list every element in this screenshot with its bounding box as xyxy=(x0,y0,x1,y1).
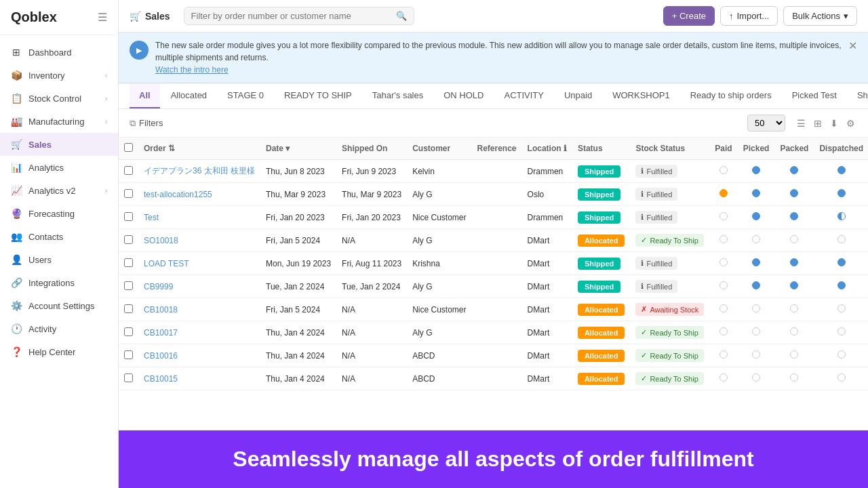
analytics-icon: 📊 xyxy=(11,162,22,173)
notification-text: The new sale order module gives you a lo… xyxy=(155,39,842,76)
sidebar-item-account-settings[interactable]: ⚙️ Account Settings xyxy=(0,294,118,317)
import-button[interactable]: ↑ Import... xyxy=(720,6,778,26)
tab-on-hold[interactable]: ON HOLD xyxy=(434,83,493,108)
order-link[interactable]: test-allocation1255 xyxy=(144,190,212,199)
sidebar-item-activity[interactable]: 🕐 Activity xyxy=(0,317,118,340)
cart-icon: 🛒 xyxy=(130,11,141,22)
tab-ready-to-ship[interactable]: READY TO SHIP xyxy=(275,83,361,108)
shipped-on-cell: N/A xyxy=(336,367,407,390)
row-checkbox[interactable] xyxy=(124,304,133,313)
tab-picked-test[interactable]: Picked Test xyxy=(783,83,846,108)
tab-allocated[interactable]: Allocated xyxy=(161,83,216,108)
search-input[interactable] xyxy=(191,11,392,21)
import-icon: ↑ xyxy=(729,11,734,21)
sidebar-item-integrations[interactable]: 🔗 Integrations xyxy=(0,271,118,294)
location-cell: DMart xyxy=(522,344,572,367)
row-checkbox[interactable] xyxy=(124,281,133,290)
col-shipped-on[interactable]: Shipped On xyxy=(336,138,407,160)
settings-icon[interactable]: ⚙ xyxy=(844,116,857,131)
stock-status-badge: ℹ Fulfilled xyxy=(635,257,677,270)
bulk-actions-button[interactable]: Bulk Actions ▾ xyxy=(783,6,857,26)
sidebar-logo: Qoblex ☰ xyxy=(0,0,118,35)
row-checkbox[interactable] xyxy=(124,327,133,336)
row-checkbox[interactable] xyxy=(124,235,133,244)
tab-activity[interactable]: ACTIVITY xyxy=(494,83,553,108)
col-date[interactable]: Date ▾ xyxy=(260,138,336,160)
sidebar-item-forecasting[interactable]: 🔮 Forecasting xyxy=(0,202,118,225)
hamburger-icon[interactable]: ☰ xyxy=(98,11,107,24)
circle-filled-icon xyxy=(752,212,760,220)
order-link[interactable]: CB10016 xyxy=(144,351,178,361)
row-checkbox[interactable] xyxy=(124,166,133,175)
col-order[interactable]: Order ⇅ xyxy=(138,138,260,160)
module-label: Sales xyxy=(145,11,170,22)
list-view-icon[interactable]: ☰ xyxy=(795,116,808,131)
sidebar-item-users[interactable]: 👤 Users xyxy=(0,248,118,271)
location-cell: DMart xyxy=(522,367,572,390)
col-paid[interactable]: Paid xyxy=(709,138,737,160)
col-picked[interactable]: Picked xyxy=(738,138,775,160)
sidebar-item-help-center[interactable]: ❓ Help Center xyxy=(0,340,118,363)
order-link[interactable]: イデアプラン36 太和田 枝里様 xyxy=(144,166,255,176)
sidebar-item-manufacturing[interactable]: 🏭 Manufacturing › xyxy=(0,110,118,133)
circle-filled-icon xyxy=(837,281,846,289)
per-page-dropdown[interactable]: 50 100 200 xyxy=(747,115,785,131)
chevron-right-icon: › xyxy=(105,187,107,195)
tab-workshop1[interactable]: WORKSHOP1 xyxy=(603,83,679,108)
export-icon[interactable]: ⬇ xyxy=(828,116,840,131)
account-settings-icon: ⚙️ xyxy=(11,300,22,311)
tab-unpaid[interactable]: Unpaid xyxy=(555,83,601,108)
order-link[interactable]: LOAD TEST xyxy=(144,259,189,268)
order-link[interactable]: CB10018 xyxy=(144,305,178,314)
dispatched-cell xyxy=(814,252,868,275)
picked-cell xyxy=(738,183,775,206)
sidebar-item-sales[interactable]: 🛒 Sales xyxy=(0,133,118,156)
close-icon[interactable]: ✕ xyxy=(848,39,857,52)
select-all-header[interactable] xyxy=(119,138,138,160)
create-button[interactable]: + Create xyxy=(663,6,715,26)
play-icon[interactable]: ▶ xyxy=(130,41,149,60)
reference-cell xyxy=(472,183,522,206)
row-checkbox[interactable] xyxy=(124,212,133,221)
sidebar-item-dashboard[interactable]: ⊞ Dashboard xyxy=(0,41,118,64)
check-icon: ✓ xyxy=(641,236,647,245)
order-link[interactable]: Test xyxy=(144,213,159,222)
info-icon: ℹ xyxy=(641,190,644,199)
order-link[interactable]: SO10018 xyxy=(144,236,178,245)
col-status[interactable]: Status xyxy=(572,138,631,160)
sidebar-item-contacts[interactable]: 👥 Contacts xyxy=(0,225,118,248)
col-packed[interactable]: Packed xyxy=(774,138,814,160)
order-link[interactable]: CB9999 xyxy=(144,282,173,291)
notification-link[interactable]: Watch the intro here xyxy=(155,65,229,75)
tab-stage0[interactable]: STAGE 0 xyxy=(218,83,273,108)
chevron-right-icon: › xyxy=(105,72,107,79)
col-reference[interactable]: Reference xyxy=(472,138,522,160)
tab-shiseido-test[interactable]: Shiseido - Test xyxy=(848,83,868,108)
order-cell: CB10018 xyxy=(138,298,260,321)
col-location[interactable]: Location ℹ xyxy=(522,138,572,160)
order-link[interactable]: CB10017 xyxy=(144,328,178,338)
search-bar[interactable]: 🔍 xyxy=(184,7,414,25)
select-all-checkbox[interactable] xyxy=(124,143,133,152)
row-checkbox[interactable] xyxy=(124,258,133,267)
tab-all[interactable]: All xyxy=(130,83,160,108)
col-dispatched[interactable]: Dispatched xyxy=(814,138,868,160)
sidebar-item-stock-control[interactable]: 📋 Stock Control › xyxy=(0,87,118,110)
row-checkbox[interactable] xyxy=(124,350,133,359)
grid-view-icon[interactable]: ⊞ xyxy=(812,116,824,131)
date-cell: Fri, Jan 5 2024 xyxy=(260,298,336,321)
picked-cell xyxy=(738,229,775,252)
paid-cell xyxy=(709,252,737,275)
col-stock-status[interactable]: Stock Status xyxy=(630,138,709,160)
row-checkbox[interactable] xyxy=(124,373,133,382)
sidebar-item-analytics-v2[interactable]: 📈 Analytics v2 › xyxy=(0,179,118,202)
filters-button[interactable]: ⧉ Filters xyxy=(130,118,163,129)
col-customer[interactable]: Customer xyxy=(407,138,471,160)
tab-bar: AllAllocatedSTAGE 0READY TO SHIPTahar's … xyxy=(119,83,868,109)
tab-tahars-sales[interactable]: Tahar's sales xyxy=(363,83,433,108)
row-checkbox[interactable] xyxy=(124,189,133,198)
tab-ready-to-ship-orders[interactable]: Ready to ship orders xyxy=(681,83,781,108)
order-link[interactable]: CB10015 xyxy=(144,374,178,384)
sidebar-item-inventory[interactable]: 📦 Inventory › xyxy=(0,64,118,87)
sidebar-item-analytics[interactable]: 📊 Analytics xyxy=(0,156,118,179)
